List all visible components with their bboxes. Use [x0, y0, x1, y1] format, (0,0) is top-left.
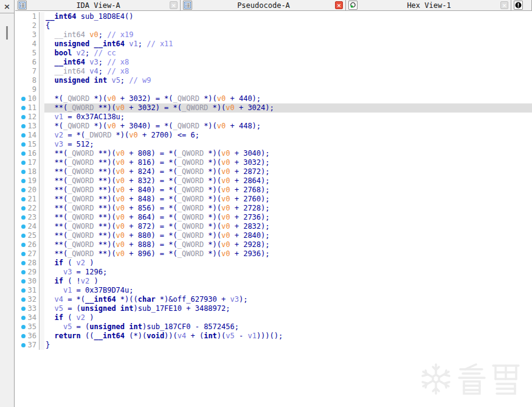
- code-text: *(_QWORD *)(v0 + 3040) = *(_QWORD *)(v0 …: [44, 122, 532, 131]
- code-text: **(_QWORD **)(v0 + 888) = *(_QWORD *)(v0…: [44, 240, 532, 249]
- code-line[interactable]: 37}: [15, 341, 532, 350]
- code-line[interactable]: 11 **(_QWORD **)(v0 + 3032) = *(_QWORD *…: [15, 103, 532, 113]
- code-line[interactable]: 10 *(_QWORD *)(v0 + 3032) = *(_QWORD *)(…: [15, 94, 532, 103]
- code-line[interactable]: 26 **(_QWORD **)(v0 + 888) = *(_QWORD *)…: [15, 240, 532, 249]
- tab-close-button[interactable]: ×: [335, 1, 343, 9]
- tab-ida-view[interactable]: IDA View-A ×: [15, 0, 181, 10]
- code-text: **(_QWORD **)(v0 + 896) = *(_QWORD *)(v0…: [44, 249, 532, 259]
- code-line[interactable]: 9: [15, 85, 532, 94]
- code-text: v1 = 0x37B9D74u;: [44, 286, 532, 295]
- line-marker-dot: [21, 151, 26, 156]
- code-line[interactable]: 22 **(_QWORD **)(v0 + 856) = *(_QWORD *)…: [15, 204, 532, 213]
- code-line[interactable]: 29 v3 = 1296;: [15, 268, 532, 277]
- left-rail: ×: [0, 0, 15, 407]
- code-line[interactable]: 27 **(_QWORD **)(v0 + 896) = *(_QWORD *)…: [15, 249, 532, 259]
- rail-scrollbar-thumb[interactable]: [6, 26, 8, 40]
- code-line[interactable]: 24 **(_QWORD **)(v0 + 872) = *(_QWORD *)…: [15, 222, 532, 231]
- code-line[interactable]: 8 unsigned int v5; // w9: [15, 76, 532, 85]
- code-line[interactable]: 3 __int64 v0; // x19: [15, 30, 532, 40]
- line-number: 24: [26, 222, 39, 231]
- code-line[interactable]: 32 v4 = *(__int64 *)((char *)&off_627930…: [15, 295, 532, 304]
- code-line[interactable]: 35 v5 = (unsigned int)sub_187CF0 - 85724…: [15, 322, 532, 332]
- line-number: 26: [26, 240, 39, 249]
- code-text: bool v2; // cc: [44, 49, 532, 58]
- line-marker-dot: [21, 106, 26, 110]
- line-marker-dot: [21, 179, 26, 183]
- line-marker-dot: [21, 270, 26, 274]
- code-text: **(_QWORD **)(v0 + 824) = *(_QWORD *)(v0…: [44, 167, 532, 176]
- code-line[interactable]: 14 v2 = *(_DWORD *)(v0 + 2700) <= 6;: [15, 131, 532, 140]
- line-number: 37: [26, 341, 39, 350]
- code-line[interactable]: 31 v1 = 0x37B9D74u;: [15, 286, 532, 295]
- tab-partial[interactable]: [511, 0, 532, 10]
- code-text: __int64 sub_18D8E4(): [44, 12, 532, 21]
- code-text: {: [44, 21, 532, 30]
- line-marker-dot: [21, 307, 26, 311]
- code-line[interactable]: 15 v3 = 512;: [15, 140, 532, 149]
- line-marker-dot: [21, 234, 26, 238]
- code-line[interactable]: 13 *(_QWORD *)(v0 + 3040) = *(_QWORD *)(…: [15, 122, 532, 131]
- tab-pseudocode[interactable]: Pseudocode-A ×: [181, 0, 346, 10]
- code-lines: 1__int64 sub_18D8E4()2{3 __int64 v0; // …: [15, 12, 532, 350]
- code-line[interactable]: 18 **(_QWORD **)(v0 + 824) = *(_QWORD *)…: [15, 167, 532, 176]
- line-marker-dot: [21, 124, 26, 128]
- code-text: **(_QWORD **)(v0 + 856) = *(_QWORD *)(v0…: [44, 204, 532, 213]
- code-line[interactable]: 1__int64 sub_18D8E4(): [15, 12, 532, 21]
- code-line[interactable]: 12 v1 = 0x37AC138u;: [15, 113, 532, 122]
- code-line[interactable]: 7 __int64 v4; // x8: [15, 67, 532, 76]
- code-text: **(_QWORD **)(v0 + 840) = *(_QWORD *)(v0…: [44, 186, 532, 195]
- code-line[interactable]: 30 if ( !v2 ): [15, 277, 532, 286]
- line-marker-dot: [21, 297, 26, 302]
- code-line[interactable]: 2{: [15, 21, 532, 30]
- code-text: if ( v2 ): [44, 313, 532, 322]
- line-number: 9: [26, 85, 39, 94]
- line-number: 33: [26, 304, 39, 313]
- code-line[interactable]: 20 **(_QWORD **)(v0 + 840) = *(_QWORD *)…: [15, 186, 532, 195]
- line-number: 11: [26, 103, 39, 113]
- code-line[interactable]: 16 **(_QWORD **)(v0 + 808) = *(_QWORD *)…: [15, 149, 532, 158]
- line-marker-dot: [21, 343, 26, 347]
- code-line[interactable]: 34 if ( v2 ): [15, 313, 532, 322]
- code-text: __int64 v4; // x8: [44, 67, 532, 76]
- rail-scrollbar[interactable]: [0, 14, 14, 407]
- line-number: 19: [26, 176, 39, 186]
- code-text: }: [44, 341, 532, 350]
- line-marker-dot: [21, 197, 26, 201]
- line-number: 17: [26, 158, 39, 167]
- line-number: 10: [26, 94, 39, 103]
- code-text: *(_QWORD *)(v0 + 3032) = *(_QWORD *)(v0 …: [44, 94, 532, 103]
- rail-close-button[interactable]: ×: [0, 0, 14, 13]
- code-line[interactable]: 17 **(_QWORD **)(v0 + 816) = *(_QWORD *)…: [15, 158, 532, 167]
- code-line[interactable]: 36 return ((__int64 (*)(void))(v4 + (int…: [15, 332, 532, 341]
- line-marker-dot: [21, 115, 26, 119]
- code-line[interactable]: 23 **(_QWORD **)(v0 + 864) = *(_QWORD *)…: [15, 213, 532, 222]
- line-number: 20: [26, 186, 39, 195]
- tab-hex-view[interactable]: Hex View-1 ×: [346, 0, 511, 10]
- code-text: return ((__int64 (*)(void))(v4 + (int)(v…: [44, 332, 532, 341]
- line-number: 36: [26, 332, 39, 341]
- line-number: 23: [26, 213, 39, 222]
- line-number: 12: [26, 113, 39, 122]
- code-line[interactable]: 21 **(_QWORD **)(v0 + 848) = *(_QWORD *)…: [15, 195, 532, 204]
- line-number: 7: [26, 67, 39, 76]
- info-icon: [514, 1, 523, 10]
- code-line[interactable]: 25 **(_QWORD **)(v0 + 880) = *(_QWORD *)…: [15, 231, 532, 240]
- code-line[interactable]: 19 **(_QWORD **)(v0 + 832) = *(_QWORD *)…: [15, 176, 532, 186]
- pseudocode-panel[interactable]: 1__int64 sub_18D8E4()2{3 __int64 v0; // …: [15, 11, 532, 407]
- code-line[interactable]: 4 unsigned __int64 v1; // x11: [15, 40, 532, 49]
- line-marker-dot: [21, 170, 26, 174]
- line-marker-dot: [21, 243, 26, 247]
- tab-close-button[interactable]: ×: [170, 1, 178, 9]
- code-line[interactable]: 28 if ( v2 ): [15, 259, 532, 268]
- line-number: 34: [26, 313, 39, 322]
- code-line[interactable]: 33 v5 = (unsigned int)sub_17FE10 + 34889…: [15, 304, 532, 313]
- code-text: **(_QWORD **)(v0 + 880) = *(_QWORD *)(v0…: [44, 231, 532, 240]
- line-number: 18: [26, 167, 39, 176]
- list-view-icon: [183, 1, 192, 10]
- line-number: 25: [26, 231, 39, 240]
- code-text: **(_QWORD **)(v0 + 864) = *(_QWORD *)(v0…: [44, 213, 532, 222]
- code-line[interactable]: 6 __int64 v3; // x8: [15, 58, 532, 67]
- line-marker-dot: [21, 97, 26, 101]
- tab-close-button[interactable]: ×: [500, 1, 508, 9]
- code-line[interactable]: 5 bool v2; // cc: [15, 49, 532, 58]
